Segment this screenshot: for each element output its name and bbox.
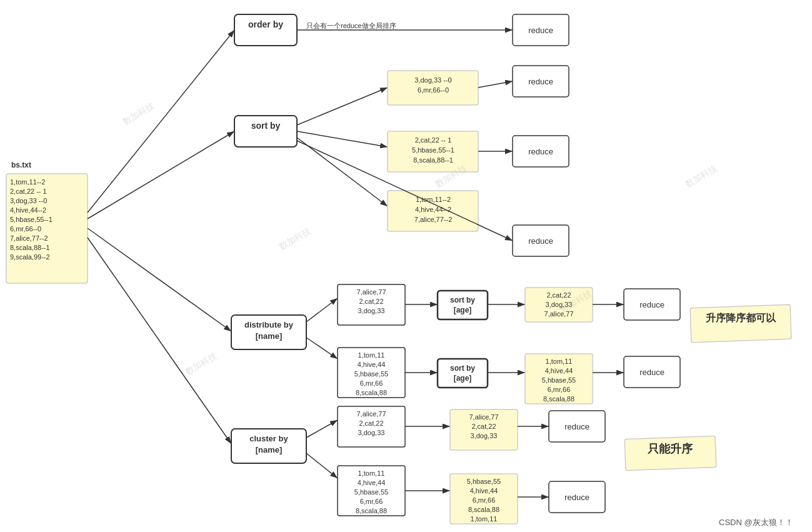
note-cluster: 只能升序 bbox=[647, 442, 693, 455]
source-line-9: 9,scala,99--2 bbox=[10, 253, 50, 261]
clust-p1-in-2: 2,cat,22 bbox=[359, 419, 383, 427]
clust-p2-in-4: 6,mr,66 bbox=[360, 498, 383, 505]
svg-rect-39 bbox=[690, 304, 791, 343]
svg-rect-26 bbox=[438, 291, 488, 319]
source-line-5: 5,hbase,55--1 bbox=[10, 216, 53, 223]
sort-partition3-line3: 7,alice,77--2 bbox=[414, 216, 453, 223]
sort-by-age1-1: sort by bbox=[450, 296, 475, 304]
dist-p2-in-1: 1,tom,11 bbox=[358, 351, 385, 359]
svg-line-47 bbox=[306, 453, 338, 478]
source-line-3: 3,dog,33 --0 bbox=[10, 197, 47, 204]
sort-partition1-line1: 3,dog,33 --0 bbox=[414, 76, 451, 84]
clust-p2-in-5: 8,scala,88 bbox=[356, 507, 387, 514]
dist-p2-out-5: 8,scala,88 bbox=[543, 395, 574, 403]
dist-p2-out-1: 1,tom,11 bbox=[546, 358, 573, 365]
svg-rect-34 bbox=[438, 359, 488, 388]
order-by-note: 只会有一个reduce做全局排序 bbox=[306, 22, 396, 29]
watermark-2: 数加科技 bbox=[278, 226, 313, 252]
dist-p2-out-2: 4,hive,44 bbox=[545, 367, 573, 374]
dist-p2-in-4: 6,mr,66 bbox=[360, 379, 383, 387]
reduce-dist-2: reduce bbox=[639, 368, 664, 377]
svg-line-5 bbox=[88, 238, 231, 444]
dist-p1-out-3: 7,alice,77 bbox=[544, 310, 573, 318]
csdn-label: CSDN @灰太狼！！ bbox=[719, 518, 793, 527]
svg-line-12 bbox=[478, 81, 513, 88]
svg-line-23 bbox=[306, 298, 338, 322]
sort-partition3-line1: 1,tom,11--2 bbox=[416, 196, 451, 203]
dist-p2-in-5: 8,scala,88 bbox=[356, 389, 387, 396]
svg-line-31 bbox=[306, 338, 338, 359]
clust-p1-out-1: 7,alice,77 bbox=[469, 413, 498, 421]
sort-by-age2-2: [age] bbox=[454, 374, 472, 383]
sort-partition2-line2: 5,hbase,55--1 bbox=[412, 146, 454, 154]
reduce-clust-2: reduce bbox=[564, 493, 589, 502]
sort-by-age1-2: [age] bbox=[454, 306, 472, 314]
source-line-7: 7,alice,77--2 bbox=[10, 234, 48, 242]
reduce-order-by: reduce bbox=[528, 26, 553, 35]
dist-p2-out-3: 5,hbase,55 bbox=[542, 376, 576, 384]
source-line-4: 4,hive,44--2 bbox=[10, 206, 46, 214]
cluster-by-label-2: [name] bbox=[256, 445, 283, 454]
source-line-8: 8,scala,88--1 bbox=[10, 244, 50, 251]
dist-p1-in-3: 3,dog,33 bbox=[358, 307, 385, 314]
dist-p1-in-2: 2,cat,22 bbox=[359, 298, 383, 305]
source-line-2: 2,cat,22 -- 1 bbox=[10, 188, 47, 195]
distribute-by-label-1: distribute by bbox=[244, 320, 294, 329]
clust-p2-in-2: 4,hive,44 bbox=[358, 479, 386, 486]
sort-partition2-line1: 2,cat,22 -- 1 bbox=[415, 136, 452, 144]
clust-p1-in-1: 7,alice,77 bbox=[356, 410, 386, 418]
watermark-5: 数加科技 bbox=[684, 163, 719, 189]
sort-by-label: sort by bbox=[251, 121, 281, 131]
source-file-label: bs.txt bbox=[11, 161, 31, 169]
sort-by-age2-1: sort by bbox=[450, 364, 475, 373]
note-distribute-1: 升序降序都可以 bbox=[705, 312, 776, 323]
clust-p2-out-4: 8,scala,88 bbox=[468, 506, 499, 513]
distribute-by-label-2: [name] bbox=[256, 331, 283, 341]
svg-line-10 bbox=[297, 88, 388, 125]
dist-p2-in-3: 5,hbase,55 bbox=[354, 370, 388, 378]
clust-p1-out-3: 3,dog,33 bbox=[471, 432, 498, 439]
dist-p2-in-2: 4,hive,44 bbox=[358, 361, 386, 368]
reduce-clust-1: reduce bbox=[564, 422, 589, 431]
svg-line-41 bbox=[306, 420, 338, 438]
svg-line-2 bbox=[88, 30, 234, 213]
clust-p2-in-3: 5,hbase,55 bbox=[354, 488, 388, 496]
reduce-sort-2: reduce bbox=[528, 147, 553, 156]
cluster-by-label-1: cluster by bbox=[249, 434, 288, 443]
clust-p2-in-1: 1,tom,11 bbox=[358, 469, 385, 477]
clust-p1-in-3: 3,dog,33 bbox=[358, 429, 385, 436]
watermark-6: 数加科技 bbox=[184, 351, 219, 377]
order-by-label: order by bbox=[248, 19, 283, 29]
svg-line-4 bbox=[88, 228, 231, 331]
sort-partition2-line3: 8,scala,88--1 bbox=[413, 156, 453, 164]
dist-p1-out-1: 2,cat,22 bbox=[546, 291, 571, 299]
reduce-sort-1: reduce bbox=[528, 77, 553, 86]
source-line-6: 6,mr,66--0 bbox=[10, 225, 41, 233]
dist-p2-out-4: 6,mr,66 bbox=[548, 386, 571, 393]
reduce-dist-1: reduce bbox=[639, 300, 664, 309]
svg-line-3 bbox=[88, 131, 234, 219]
watermark-1: 数加科技 bbox=[121, 101, 156, 127]
dist-p1-in-1: 7,alice,77 bbox=[356, 288, 386, 296]
clust-p2-out-3: 6,mr,66 bbox=[473, 496, 496, 504]
reduce-sort-3: reduce bbox=[528, 236, 553, 246]
clust-p2-out-2: 4,hive,44 bbox=[470, 487, 498, 494]
clust-p2-out-1: 5,hbase,55 bbox=[467, 478, 501, 485]
clust-p1-out-2: 2,cat,22 bbox=[471, 423, 496, 430]
clust-p2-out-5: 1,tom,11 bbox=[471, 515, 498, 523]
svg-line-18 bbox=[297, 138, 388, 206]
svg-line-14 bbox=[297, 131, 388, 147]
source-line-1: 1,tom,11--2 bbox=[10, 178, 45, 186]
sort-partition1-line2: 6,mr,66--0 bbox=[418, 86, 449, 94]
